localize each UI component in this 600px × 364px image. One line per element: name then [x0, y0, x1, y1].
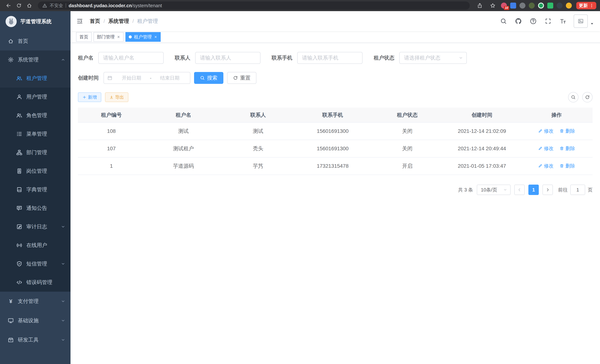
page-number-button[interactable]: 1: [528, 185, 539, 195]
search-button[interactable]: 搜索: [194, 72, 223, 84]
delete-link[interactable]: 删除: [560, 145, 575, 152]
page-size-select[interactable]: 10条/页: [477, 185, 511, 195]
delete-link[interactable]: 删除: [560, 163, 575, 169]
system-submenu: 租户管理 用户管理 角色管理 菜单管理 部门管理: [0, 69, 71, 292]
extension-icon-6[interactable]: [547, 3, 553, 9]
mobile-cell: 17321315478: [294, 157, 371, 175]
edit-link[interactable]: 修改: [538, 128, 554, 134]
chevron-down-icon: [503, 188, 507, 192]
link-label: 修改: [544, 128, 554, 134]
sidebar-item-error-code[interactable]: 错误码管理: [0, 273, 71, 292]
tag-tenant[interactable]: 租户管理: [125, 32, 161, 42]
sidebar-toggle-button[interactable]: [76, 18, 83, 25]
user-avatar[interactable]: [574, 14, 588, 28]
date-range-picker[interactable]: -: [103, 72, 190, 84]
goto-label: 前往: [558, 187, 568, 193]
extension-icon-3[interactable]: [519, 3, 525, 9]
toggle-search-button[interactable]: [568, 92, 579, 103]
sidebar-item-payment[interactable]: ¥ 支付管理: [0, 292, 71, 311]
share-icon: [477, 3, 483, 8]
bookmark-button[interactable]: [488, 1, 497, 10]
sidebar-item-label: 角色管理: [26, 112, 47, 119]
sidebar-item-devtools[interactable]: 研发工具: [0, 330, 71, 350]
browser-reload-button[interactable]: [14, 1, 24, 10]
reset-button[interactable]: 重置: [227, 72, 256, 84]
mobile-input[interactable]: [297, 52, 363, 64]
delete-link[interactable]: 删除: [560, 128, 575, 134]
header-search-button[interactable]: [497, 15, 510, 28]
code-icon: [16, 280, 22, 285]
prev-page-button[interactable]: [514, 185, 525, 195]
extension-icon-5[interactable]: [538, 3, 544, 9]
table-row: 108 测试 测试 15601691300 关闭 2021-12-14 21:0…: [78, 122, 593, 140]
sidebar-item-label: 基础设施: [18, 317, 38, 324]
extension-icon-1[interactable]: 10: [501, 3, 507, 9]
extension-icon-7[interactable]: [557, 3, 562, 9]
sidebar-item-role[interactable]: 角色管理: [0, 106, 71, 125]
extension-icon-8[interactable]: [566, 3, 572, 9]
caret-down-icon: [590, 22, 594, 26]
yen-icon: ¥: [8, 299, 14, 304]
sidebar-item-online-user[interactable]: 在线用户: [0, 236, 71, 254]
status-select[interactable]: 请选择租户状态: [399, 52, 467, 64]
sidebar-item-menu[interactable]: 菜单管理: [0, 125, 71, 143]
start-date-input[interactable]: [115, 75, 149, 81]
tag-close-icon[interactable]: [117, 35, 120, 38]
home-icon: [27, 3, 32, 8]
browser-actions: 10 更新: [473, 1, 596, 10]
filter-row-2: 创建时间 - 搜索 重置: [78, 72, 593, 84]
pencil-icon: [538, 129, 543, 133]
chevron-down-icon: [61, 338, 65, 342]
sidebar-item-infra[interactable]: 基础设施: [0, 311, 71, 330]
pagination-total: 共 3 条: [458, 187, 473, 193]
breadcrumb-item-system[interactable]: 系统管理: [108, 18, 129, 25]
table-toolbar: 新增 导出: [78, 92, 593, 103]
share-button[interactable]: [475, 1, 485, 10]
tenant-name-input[interactable]: [98, 52, 164, 64]
breadcrumb-item-home[interactable]: 首页: [90, 18, 100, 25]
pagination: 共 3 条 10条/页 1 前往 页: [78, 185, 593, 195]
edit-link[interactable]: 修改: [538, 163, 554, 169]
tag-dept[interactable]: 部门管理: [94, 32, 123, 42]
sidebar-item-tenant[interactable]: 租户管理: [0, 69, 71, 88]
sidebar-item-dept[interactable]: 部门管理: [0, 143, 71, 162]
button-label: 导出: [115, 94, 124, 100]
browser-back-button[interactable]: [4, 1, 13, 10]
tag-home[interactable]: 首页: [76, 32, 92, 42]
filter-label: 租户名: [78, 54, 94, 61]
sidebar-item-dict[interactable]: 字典管理: [0, 180, 71, 199]
address-bar[interactable]: 不安全 dashboard.yudao.iocoder.cn/system/te…: [38, 1, 470, 10]
tag-close-icon[interactable]: [154, 35, 157, 38]
refresh-table-button[interactable]: [582, 92, 593, 103]
sidebar-item-home[interactable]: 首页: [0, 32, 71, 50]
sidebar-item-audit-log[interactable]: 审计日志: [0, 217, 71, 236]
add-button[interactable]: 新增: [78, 92, 101, 102]
created-cell: 2021-01-05 17:03:47: [443, 157, 521, 175]
breadcrumb: 首页 / 系统管理 / 租户管理: [90, 18, 158, 25]
app-logo[interactable]: 芋道管理系统: [0, 11, 71, 32]
extension-icon-4[interactable]: [529, 3, 535, 9]
fullscreen-button[interactable]: [542, 15, 554, 28]
browser-home-button[interactable]: [25, 1, 34, 10]
sidebar-item-user[interactable]: 用户管理: [0, 88, 71, 106]
sidebar-item-label: 在线用户: [26, 242, 47, 249]
font-size-button[interactable]: [557, 15, 569, 28]
edit-link[interactable]: 修改: [538, 145, 554, 152]
github-button[interactable]: [512, 15, 525, 28]
column-header: 租户名: [145, 108, 222, 122]
help-button[interactable]: [527, 15, 540, 28]
contact-input[interactable]: [195, 52, 261, 64]
export-button[interactable]: 导出: [105, 92, 128, 102]
sidebar-item-sms[interactable]: 短信管理: [0, 254, 71, 273]
sidebar-item-label: 用户管理: [26, 93, 47, 100]
sidebar-item-post[interactable]: 岗位管理: [0, 162, 71, 180]
end-date-input[interactable]: [153, 75, 187, 81]
browser-update-button[interactable]: 更新: [576, 2, 596, 9]
extension-icon-2[interactable]: [510, 3, 516, 9]
sidebar-item-notice[interactable]: 通知公告: [0, 199, 71, 217]
next-page-button[interactable]: [543, 185, 553, 195]
goto-page-input[interactable]: [570, 185, 585, 195]
avatar-menu-button[interactable]: [590, 17, 594, 26]
sidebar-item-system[interactable]: 系统管理: [0, 50, 71, 69]
filter-create-time: 创建时间 -: [78, 72, 190, 84]
